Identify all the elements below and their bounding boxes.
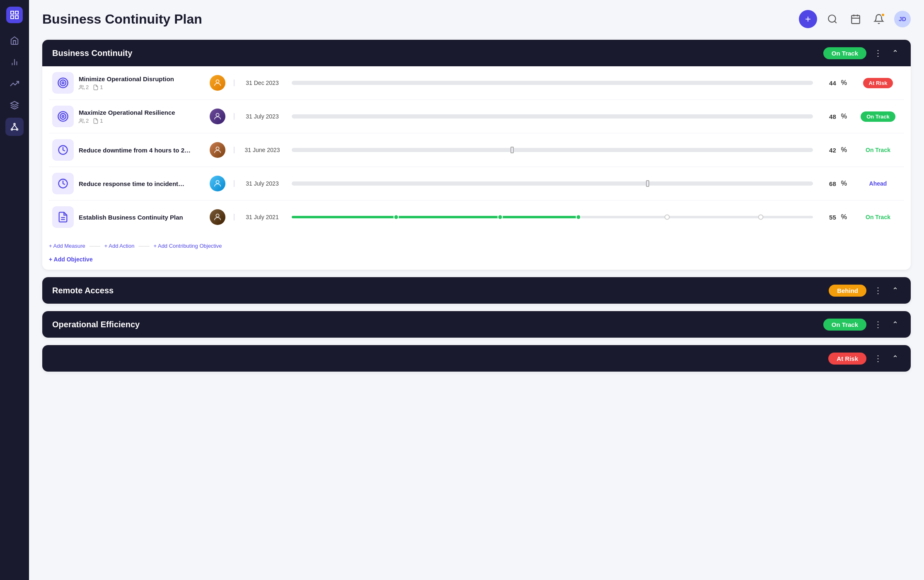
- notification-badge: [881, 13, 885, 17]
- trending-up-icon: [10, 79, 19, 88]
- add-objective-button[interactable]: + Add Objective: [49, 256, 93, 263]
- sidebar-logo[interactable]: [6, 7, 23, 23]
- svg-point-36: [216, 214, 219, 217]
- status-text-on-track-3: On Track: [866, 147, 890, 153]
- home-icon: [10, 36, 19, 45]
- svg-rect-2: [11, 16, 14, 19]
- progress-fill-2: [292, 114, 542, 118]
- add-contributing-link[interactable]: + Add Contributing Objective: [153, 243, 222, 249]
- svg-line-15: [835, 21, 837, 23]
- sidebar-item-trending[interactable]: [5, 75, 24, 93]
- calendar-button[interactable]: [848, 11, 864, 27]
- add-objective-wrap: + Add Objective: [42, 251, 911, 270]
- add-links-row: + Add Measure —— + Add Action —— + Add C…: [42, 239, 911, 251]
- search-button[interactable]: [825, 11, 840, 27]
- plan-body-business-continuity: Minimize Operational Disruption 2 1: [42, 66, 911, 239]
- add-measure-link[interactable]: + Add Measure: [49, 243, 85, 249]
- plan-more-button-fourth[interactable]: ⋮: [871, 352, 885, 365]
- sidebar-item-charts[interactable]: [5, 53, 24, 71]
- obj-avatar-1: [210, 75, 225, 91]
- doc-icon: [93, 85, 99, 90]
- progress-dots-fill: [292, 216, 578, 218]
- plan-more-button-remote-access[interactable]: ⋮: [871, 284, 885, 297]
- obj-progress-wrap-2: 48%: [283, 113, 855, 120]
- progress-dot-active: [576, 215, 581, 220]
- plan-collapse-button-remote-access[interactable]: ⌃: [890, 284, 901, 297]
- user-avatar[interactable]: JD: [894, 11, 911, 27]
- status-text-on-track-5: On Track: [866, 214, 890, 220]
- svg-rect-0: [11, 11, 14, 14]
- svg-point-20: [58, 78, 68, 87]
- obj-doc-2: 1: [93, 118, 103, 124]
- main-content: Business Continuity Plan + JD: [29, 0, 924, 580]
- progress-fill-1: [292, 81, 521, 85]
- avatar-person-icon-4: [213, 179, 222, 188]
- obj-progress-wrap-5: 55%: [283, 213, 855, 221]
- svg-point-29: [216, 114, 219, 116]
- progress-track-4: [292, 181, 813, 186]
- progress-dot-1: [393, 215, 399, 220]
- svg-point-28: [80, 118, 82, 121]
- svg-marker-7: [11, 102, 18, 105]
- progress-track-2: [292, 114, 813, 118]
- svg-line-11: [12, 125, 15, 128]
- plan-header-fourth: At Risk ⋮ ⌃: [42, 345, 911, 372]
- plan-more-button-business-continuity[interactable]: ⋮: [871, 46, 885, 60]
- obj-info-5: Establish Business Continuity Plan: [79, 214, 203, 221]
- plan-header-business-continuity: Business Continuity On Track ⋮ ⌃: [42, 40, 911, 66]
- svg-point-22: [62, 82, 64, 84]
- obj-icon-timer-3: [52, 139, 74, 161]
- page-title: Business Continuity Plan: [42, 12, 202, 27]
- progress-handle-4[interactable]: [646, 180, 649, 187]
- sidebar-item-home[interactable]: [5, 31, 24, 50]
- plan-card-remote-access: Remote Access Behind ⋮ ⌃: [42, 277, 911, 304]
- progress-dot-2: [498, 215, 503, 220]
- notification-button[interactable]: [871, 11, 887, 27]
- progress-pct-1: 44: [818, 80, 836, 87]
- obj-meta-2: 2 1: [79, 118, 203, 124]
- sidebar-item-layers[interactable]: [5, 96, 24, 114]
- plan-collapse-button-business-continuity[interactable]: ⌃: [890, 47, 901, 59]
- plan-header-right: On Track ⋮ ⌃: [823, 46, 901, 60]
- obj-date-1: 31 Dec 2023: [234, 80, 283, 86]
- obj-people-1: 2: [79, 84, 89, 90]
- obj-status-4: Ahead: [855, 180, 901, 187]
- obj-avatar-4: [210, 176, 225, 191]
- svg-rect-16: [851, 15, 860, 24]
- target-icon: [57, 77, 69, 89]
- status-text-ahead-4: Ahead: [869, 180, 887, 187]
- table-row: Minimize Operational Disruption 2 1: [49, 66, 904, 100]
- timer-icon: [57, 144, 69, 156]
- obj-date-2: 31 July 2023: [234, 113, 283, 120]
- plan-title-operational-efficiency: Operational Efficiency: [52, 320, 140, 329]
- sidebar: [0, 0, 29, 580]
- plan-more-button-oe[interactable]: ⋮: [871, 318, 885, 331]
- target-icon-2: [57, 111, 69, 122]
- progress-fill-4: [292, 181, 646, 186]
- obj-icon-timer-4: [52, 173, 74, 194]
- plan-header-right-fourth: At Risk ⋮ ⌃: [828, 352, 901, 365]
- avatar-person-icon-2: [213, 112, 222, 121]
- progress-track-3: [292, 148, 813, 152]
- obj-avatar-2: [210, 109, 225, 124]
- plan-card-operational-efficiency: Operational Efficiency On Track ⋮ ⌃: [42, 311, 911, 338]
- progress-dot-4: [664, 215, 670, 220]
- doc-icon-2: [93, 118, 99, 124]
- bar-chart-icon: [10, 58, 19, 67]
- add-button[interactable]: +: [799, 10, 817, 28]
- plan-status-badge-oe: On Track: [823, 319, 866, 331]
- table-row: Reduce downtime from 4 hours to 2… 31 Ju…: [49, 133, 904, 167]
- status-badge-on-track-2: On Track: [861, 111, 895, 122]
- sidebar-item-network[interactable]: [5, 118, 24, 136]
- obj-date-3: 31 June 2023: [234, 147, 283, 153]
- obj-name-3: Reduce downtime from 4 hours to 2…: [79, 147, 203, 154]
- progress-dot-5: [758, 215, 763, 220]
- plan-collapse-button-fourth[interactable]: ⌃: [890, 352, 901, 365]
- plan-collapse-button-oe[interactable]: ⌃: [890, 318, 901, 331]
- svg-point-31: [216, 147, 219, 150]
- obj-info-2: Maximize Operational Resilience 2 1: [79, 109, 203, 124]
- progress-handle-3[interactable]: [510, 147, 514, 153]
- add-action-link[interactable]: + Add Action: [104, 243, 135, 249]
- obj-date-5: 31 July 2021: [234, 214, 283, 220]
- obj-status-5: On Track: [855, 213, 901, 221]
